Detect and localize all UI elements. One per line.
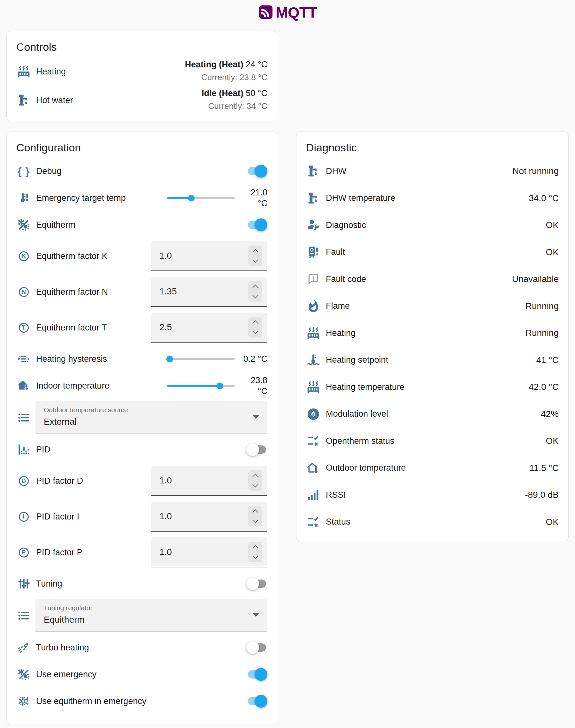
hot-water-row-label: Hot water	[36, 96, 73, 105]
pid-factor-d-input[interactable]: 1.0	[151, 466, 267, 496]
dhw-temperature-row[interactable]: DHW temperature 34.0 °C	[297, 185, 568, 212]
alpha-k-circle-icon: K	[16, 251, 31, 261]
fault-value: OK	[546, 247, 559, 257]
pid-factor-p-row: P PID factor P 1.0	[7, 535, 277, 570]
pid-factor-p-input[interactable]: 1.0	[151, 537, 267, 568]
opentherm-status-value: OK	[546, 436, 559, 446]
tuning-regulator-select[interactable]: Tuning regulator Equitherm	[35, 599, 267, 632]
tuning-label: Tuning	[36, 579, 62, 589]
diagnostic-status-label: Diagnostic	[326, 220, 366, 230]
equitherm-label: Equitherm	[36, 220, 75, 230]
outdoor-temp-source-select-label: Outdoor temperature source	[44, 406, 248, 414]
diagnostic-card-title: Diagnostic	[297, 132, 568, 158]
mqtt-logo: MQTT	[0, 3, 575, 21]
radiator-icon	[16, 65, 31, 78]
indoor-temperature-row: Indoor temperature 23.8 °C	[7, 372, 277, 399]
format-list-bulleted-icon	[16, 609, 31, 622]
modulation-level-row[interactable]: Modulation level 42%	[297, 401, 568, 428]
heating-hysteresis-label: Heating hysteresis	[36, 354, 107, 364]
use-emergency-row: Use emergency	[7, 661, 277, 688]
outdoor-temp-source-select[interactable]: Outdoor temperature source External	[35, 401, 267, 434]
equitherm-factor-t-label: Equitherm factor T	[36, 323, 107, 333]
equitherm-factor-k-input[interactable]: 1.0	[151, 241, 267, 271]
controls-card-title: Controls	[7, 31, 277, 57]
pid-factor-i-row: I PID factor I 1.0	[7, 499, 277, 535]
mqtt-logo-icon	[258, 4, 273, 20]
equitherm-factor-k-stepper[interactable]	[248, 246, 262, 266]
heating-state-mode: Heating (Heat)	[185, 60, 243, 69]
equitherm-toggle[interactable]	[246, 217, 267, 232]
equitherm-factor-t-input[interactable]: 2.5	[151, 313, 267, 342]
fault-label: Fault	[326, 247, 345, 257]
sun-snowflake-icon	[16, 668, 31, 681]
pid-factor-p-stepper[interactable]	[248, 542, 262, 562]
rssi-row[interactable]: RSSI -89.0 dB	[297, 481, 568, 509]
outdoor-temperature-value: 11.5 °C	[529, 463, 559, 473]
pid-factor-i-stepper[interactable]	[248, 506, 262, 526]
pid-factor-d-value: 1.0	[159, 475, 248, 486]
fault-row[interactable]: Fault OK	[297, 239, 568, 266]
diagnostic-status-row[interactable]: Diagnostic OK	[297, 212, 568, 239]
opentherm-status-row[interactable]: Opentherm status OK	[297, 428, 568, 455]
emergency-target-temp-slider[interactable]	[167, 197, 235, 199]
heating-status-row[interactable]: Heating Running	[297, 320, 568, 347]
hot-water-state-mode: Idle (Heat)	[202, 88, 243, 98]
heating-temperature-row[interactable]: Heating temperature 42.0 °C	[297, 373, 568, 401]
equitherm-factor-t-row: T Equitherm factor T 2.5	[7, 310, 277, 345]
use-equitherm-in-emergency-toggle[interactable]	[246, 694, 267, 708]
dropdown-arrow-icon	[253, 613, 259, 617]
heating-status-value: Running	[526, 328, 559, 338]
alpha-i-circle-icon: I	[16, 512, 31, 522]
tuning-toggle[interactable]	[246, 576, 267, 591]
hot-water-row[interactable]: Hot water Idle (Heat) 50 °C Currently: 3…	[7, 86, 277, 115]
format-list-bulleted-icon	[16, 411, 31, 424]
heating-hysteresis-slider[interactable]	[167, 358, 235, 360]
equitherm-factor-n-stepper[interactable]	[248, 281, 262, 302]
rssi-label: RSSI	[326, 490, 346, 500]
dhw-temperature-label: DHW temperature	[326, 193, 396, 203]
equitherm-factor-k-value: 1.0	[159, 251, 248, 261]
equitherm-factor-n-value: 1.35	[159, 286, 248, 297]
heating-setpoint-row[interactable]: Heating setpoint 41 °C	[297, 347, 568, 374]
outdoor-temp-source-row: Outdoor temperature source External	[7, 399, 277, 436]
debug-row: { } Debug	[7, 158, 277, 185]
debug-toggle[interactable]	[246, 164, 267, 179]
heating-temperature-label: Heating temperature	[326, 382, 404, 392]
radiator-icon	[306, 326, 321, 340]
heating-climate-row[interactable]: Heating Heating (Heat) 24 °C Currently: …	[7, 57, 277, 86]
status-value: OK	[546, 517, 559, 527]
thermometer-alert-icon	[16, 191, 31, 205]
heating-state-target: 24 °C	[243, 60, 267, 69]
heating-hysteresis-slider-knob[interactable]	[166, 356, 173, 362]
emergency-target-temp-label: Emergency target temp	[36, 193, 126, 203]
pid-factor-d-stepper[interactable]	[248, 470, 262, 491]
status-label: Status	[326, 517, 350, 527]
use-emergency-toggle[interactable]	[246, 667, 267, 682]
equitherm-factor-k-row: K Equitherm factor K 1.0	[7, 238, 277, 274]
emergency-target-temp-slider-knob[interactable]	[188, 195, 195, 202]
indoor-temperature-slider-knob[interactable]	[216, 383, 223, 389]
equitherm-factor-n-input[interactable]: 1.35	[151, 277, 267, 307]
use-equitherm-in-emergency-row: Use equitherm in emergency	[7, 688, 277, 715]
pid-toggle[interactable]	[246, 442, 267, 457]
water-pump-icon	[16, 93, 31, 107]
equitherm-factor-t-stepper[interactable]	[248, 317, 262, 337]
code-braces-icon: { }	[16, 165, 31, 178]
flame-label: Flame	[326, 301, 350, 311]
flame-row[interactable]: Flame Running	[297, 293, 568, 320]
radiator-icon	[306, 380, 321, 394]
message-alert-icon	[306, 272, 321, 286]
fault-code-row[interactable]: Fault code Unavailable	[297, 266, 568, 293]
pid-label: PID	[36, 445, 50, 455]
status-row[interactable]: Status OK	[297, 509, 568, 536]
indoor-temperature-label: Indoor temperature	[36, 381, 109, 391]
indoor-temperature-value: 23.8 °C	[240, 375, 267, 397]
pid-factor-i-input[interactable]: 1.0	[151, 502, 267, 532]
dhw-value: Not running	[512, 166, 559, 176]
indoor-temperature-slider[interactable]	[167, 385, 235, 387]
hot-water-state[interactable]: Idle (Heat) 50 °C Currently: 34 °C	[202, 87, 267, 113]
outdoor-temperature-row[interactable]: Outdoor temperature 11.5 °C	[297, 455, 568, 482]
turbo-heating-toggle[interactable]	[246, 640, 267, 655]
heating-state[interactable]: Heating (Heat) 24 °C Currently: 23.8 °C	[185, 59, 267, 84]
dhw-row[interactable]: DHW Not running	[297, 158, 568, 185]
